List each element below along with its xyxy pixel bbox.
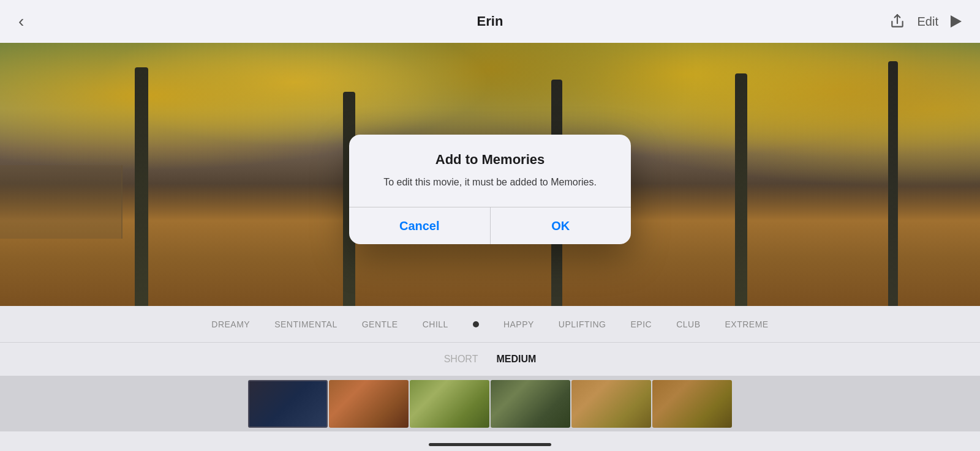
modal-dialog: Add to Memories To edit this movie, it m…	[349, 135, 631, 244]
modal-content: Add to Memories To edit this movie, it m…	[349, 135, 631, 190]
modal-buttons: Cancel OK	[349, 207, 631, 244]
modal-title: Add to Memories	[368, 152, 612, 168]
ok-button[interactable]: OK	[491, 207, 631, 244]
dialog-overlay: Add to Memories To edit this movie, it m…	[0, 0, 980, 451]
cancel-button[interactable]: Cancel	[349, 207, 491, 244]
modal-body: To edit this movie, it must be added to …	[368, 175, 612, 190]
